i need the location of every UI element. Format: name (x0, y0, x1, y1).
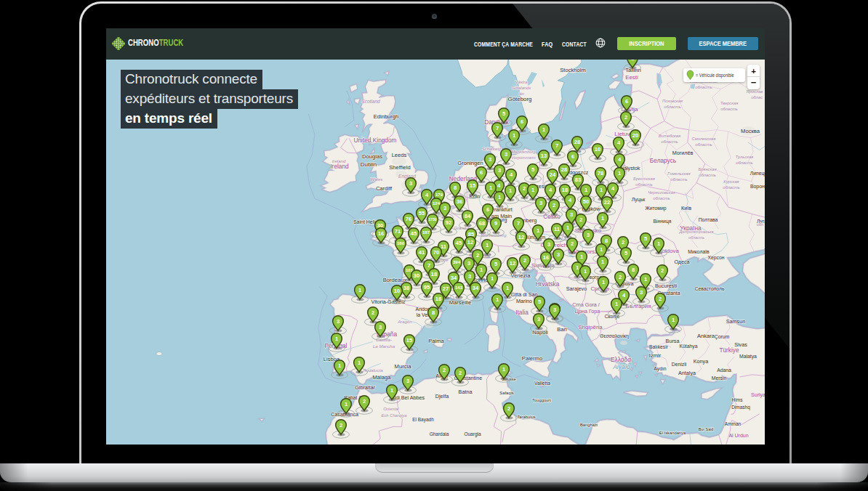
svg-text:Italia: Italia (515, 309, 529, 316)
svg-text:36: 36 (457, 198, 462, 205)
svg-text:Touggourt: Touggourt (532, 398, 551, 402)
svg-text:Курская: Курская (723, 179, 739, 184)
svg-text:3: 3 (406, 378, 409, 384)
svg-text:38: 38 (403, 285, 409, 291)
svg-text:Тульская: Тульская (736, 155, 753, 159)
svg-text:Mersin: Mersin (712, 376, 727, 381)
svg-text:6: 6 (486, 206, 489, 213)
svg-text:Ireland: Ireland (332, 158, 346, 163)
svg-text:Al Urdun: Al Urdun (728, 433, 748, 438)
svg-text:3: 3 (409, 180, 412, 187)
svg-text:2: 2 (523, 257, 526, 264)
svg-text:3: 3 (489, 156, 491, 163)
svg-text:Hrvatska: Hrvatska (536, 280, 560, 288)
svg-text:24: 24 (550, 171, 556, 178)
svg-text:Crna Gora /: Crna Gora / (572, 301, 600, 308)
svg-text:Malatya: Malatya (739, 354, 757, 360)
svg-text:Sheffield: Sheffield (389, 164, 410, 171)
svg-text:Västra: Västra (515, 80, 529, 84)
svg-text:Hims: Hims (732, 397, 744, 402)
svg-text:Shqipëria: Shqipëria (578, 324, 603, 330)
svg-text:Црна Гора: Црна Гора (575, 308, 600, 315)
svg-text:3: 3 (570, 211, 573, 218)
svg-text:Sidi Bel Abbes: Sidi Bel Abbes (391, 394, 425, 401)
svg-text:8: 8 (605, 238, 608, 244)
svg-text:Málaga: Málaga (373, 374, 392, 381)
svg-text:Витебская: Витебская (659, 134, 680, 138)
svg-text:92: 92 (446, 219, 451, 226)
svg-text:область: область (720, 107, 738, 111)
svg-text:Göteborg: Göteborg (508, 96, 532, 102)
svg-text:Adana: Adana (717, 368, 731, 373)
svg-text:11: 11 (441, 243, 447, 250)
svg-text:Луцьк: Луцьк (632, 197, 645, 203)
svg-text:12: 12 (467, 239, 473, 246)
svg-text:Ελλάδα: Ελλάδα (611, 356, 631, 363)
svg-text:2: 2 (371, 309, 374, 316)
svg-text:2: 2 (624, 114, 627, 121)
svg-text:Ярослав: Ярослав (746, 89, 763, 94)
svg-text:12: 12 (510, 260, 515, 267)
svg-text:Липецк: Липецк (750, 171, 765, 176)
svg-text:Kütahya: Kütahya (680, 344, 698, 349)
svg-text:Samsun: Samsun (726, 318, 745, 325)
svg-text:16: 16 (378, 230, 384, 237)
svg-text:Konya: Konya (694, 358, 708, 365)
svg-text:1739: 1739 (428, 217, 436, 222)
svg-text:область: область (736, 161, 753, 165)
svg-text:27: 27 (443, 285, 449, 292)
svg-text:Balıkesir: Balıkesir (649, 344, 669, 349)
svg-text:3: 3 (640, 289, 643, 296)
svg-text:El Bayadh: El Bayadh (412, 417, 434, 423)
svg-text:Banghazi: Banghazi (580, 423, 598, 427)
svg-text:Миколаїв: Миколаїв (688, 249, 710, 254)
svg-text:Gibraltar: Gibraltar (355, 384, 375, 391)
svg-text:Aydın: Aydın (654, 366, 666, 372)
svg-text:7: 7 (496, 125, 499, 131)
svg-text:2: 2 (659, 296, 662, 302)
svg-text:Житомир: Житомир (645, 206, 666, 211)
svg-text:8: 8 (632, 267, 635, 273)
svg-text:2: 2 (476, 252, 479, 259)
svg-text:Ech Charqiya: Ech Charqiya (382, 413, 408, 418)
svg-text:Черниговская: Черниговская (648, 190, 675, 195)
svg-text:Città di San: Città di San (510, 291, 537, 298)
svg-text:394: 394 (453, 260, 461, 264)
svg-text:45: 45 (411, 230, 417, 237)
svg-text:18: 18 (431, 271, 437, 277)
svg-text:22: 22 (604, 199, 610, 206)
svg-text:Schleswig: Schleswig (482, 147, 502, 151)
svg-text:3: 3 (539, 200, 542, 206)
svg-text:Херсон: Херсон (707, 255, 724, 261)
svg-text:3: 3 (337, 318, 339, 325)
svg-text:143: 143 (455, 285, 463, 290)
svg-text:İzmir: İzmir (649, 352, 662, 359)
svg-text:Гомельская: Гомельская (667, 171, 690, 176)
svg-text:Edinburgh: Edinburgh (374, 113, 399, 120)
svg-text:Смоленская: Смоленская (692, 137, 716, 141)
svg-text:20: 20 (632, 132, 638, 139)
svg-text:6: 6 (625, 98, 628, 105)
svg-text:Aragón: Aragón (397, 319, 412, 324)
svg-text:12: 12 (518, 234, 524, 240)
svg-text:3: 3 (468, 273, 471, 280)
svg-text:Київ: Київ (681, 205, 691, 211)
svg-text:Ouargla: Ouargla (464, 431, 481, 437)
svg-text:6: 6 (480, 169, 483, 176)
svg-text:Palma: Palma (428, 338, 444, 344)
svg-text:84: 84 (465, 213, 471, 219)
svg-text:Bursa: Bursa (666, 338, 680, 344)
svg-text:179: 179 (435, 192, 443, 197)
svg-text:Çorum: Çorum (715, 334, 730, 340)
svg-text:Marino: Marino (516, 298, 532, 304)
svg-text:2: 2 (619, 274, 622, 280)
svg-text:71: 71 (395, 228, 401, 235)
svg-text:187: 187 (422, 230, 430, 235)
svg-text:7: 7 (517, 220, 520, 227)
svg-text:Dublin: Dublin (361, 161, 377, 168)
svg-text:облас: облас (751, 95, 763, 100)
svg-text:8: 8 (432, 309, 435, 316)
svg-text:41: 41 (419, 249, 425, 256)
svg-text:область: область (661, 139, 678, 144)
svg-text:Bucuresti: Bucuresti (655, 283, 677, 289)
